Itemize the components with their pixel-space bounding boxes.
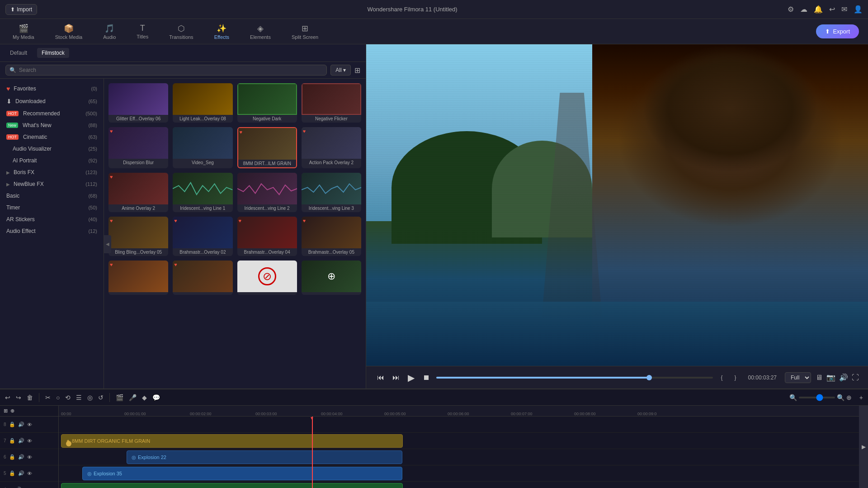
play-button[interactable]: ▶ (406, 370, 416, 385)
nav-my-media[interactable]: 🎬 My Media (9, 22, 38, 42)
notification-icon[interactable]: 🔔 (814, 5, 823, 14)
eye-icon-5[interactable]: 👁 (27, 471, 32, 476)
sidebar-item-ai-portrait[interactable]: AI Portrait (92) (0, 155, 104, 166)
clip-explosion-22[interactable]: ◎ Explosion 22 (127, 450, 402, 464)
volume-icon[interactable]: 🔊 (839, 373, 848, 382)
stabilize-button[interactable]: ◎ (86, 393, 94, 403)
search-input[interactable] (19, 67, 323, 73)
zoom-out-icon[interactable]: 🔍 (789, 394, 797, 401)
effect-brahmastr-overlay-04[interactable]: ♥ + Brahmastr...Overlay 04 (237, 217, 297, 256)
nav-titles[interactable]: T Titles (133, 22, 152, 41)
scene-icon-button[interactable]: 🎬 (114, 393, 125, 403)
effect-brahmastr-overlay-05[interactable]: ♥ + Brahmastr...Overlay 05 (302, 217, 361, 256)
effect-light-leak-overlay-08[interactable]: + Light Leak...Overlay 08 (173, 83, 232, 123)
effect-8mm-dirt-ilm-grain[interactable]: ♥ + 8MM DIRT...ILM GRAIN (237, 127, 297, 168)
quality-select[interactable]: Full 1/2 1/4 (785, 372, 811, 383)
audio-icon-6[interactable]: 🔊 (18, 454, 24, 460)
undo-icon[interactable]: ↩ (829, 5, 835, 14)
sidebar-item-downloaded[interactable]: ⬇ Downloaded (65) (0, 95, 104, 108)
effect-iridescent-line-3[interactable]: Iridescent...ving Line 3 (302, 173, 361, 212)
stop-button[interactable]: ⏹ (421, 372, 432, 384)
tab-filmstock[interactable]: Filmstock (37, 48, 69, 58)
mail-icon[interactable]: ✉ (841, 5, 847, 14)
zoom-slider[interactable] (799, 397, 835, 398)
progress-bar[interactable] (436, 377, 713, 379)
filter-dropdown[interactable]: All ▾ (330, 65, 351, 76)
effect-brahmastr-overlay-02[interactable]: ♥ + Brahmastr...Overlay 02 (173, 217, 232, 256)
cloud-icon[interactable]: ☁ (800, 5, 807, 14)
sidebar-item-recommended[interactable]: HOT Recommended (500) (0, 108, 104, 119)
audio-icon-7[interactable]: 🔊 (18, 438, 24, 444)
fullscreen-icon[interactable]: ⛶ (852, 374, 859, 382)
zoom-in-icon[interactable]: 🔍 (837, 394, 844, 401)
effect-bottom-4[interactable]: ⊕ (302, 261, 361, 295)
rotate-button[interactable]: ↺ (97, 393, 105, 403)
color-button[interactable]: ☰ (75, 393, 83, 403)
audio-icon-5[interactable]: 🔊 (18, 470, 24, 476)
sidebar-collapse-button[interactable]: ◀ (104, 235, 111, 253)
step-back-button[interactable]: ⏭ (391, 372, 401, 384)
clip-8mm-grain[interactable]: ✦ 8MM DIRT ORGANIC FILM GRAIN (61, 434, 403, 448)
effect-negative-flicker[interactable]: + Negative Flicker (302, 83, 361, 123)
playhead[interactable] (312, 417, 313, 488)
crop-button[interactable]: ○ (55, 393, 61, 403)
effect-negative-dark[interactable]: + Negative Dark (237, 83, 297, 123)
snapshot-icon[interactable]: 📷 (826, 373, 835, 382)
sidebar-item-boris-fx[interactable]: ▶ Boris FX (123) (0, 166, 104, 178)
voiceover-button[interactable]: 💬 (151, 393, 161, 403)
speed-button[interactable]: ⟲ (64, 393, 72, 403)
lock-icon-6[interactable]: 🔒 (9, 454, 15, 460)
effect-bottom-3[interactable]: ⊘ (237, 261, 297, 295)
nav-transitions[interactable]: ⬡ Transitions (165, 22, 197, 42)
sidebar-item-audio-effect[interactable]: Audio Effect (12) (0, 225, 104, 237)
effect-iridescent-line-1[interactable]: Iridescent...ving Line 1 (173, 173, 232, 212)
nav-stock-media[interactable]: 📦 Stock Media (52, 22, 86, 42)
effect-bottom-2[interactable]: ♥ (173, 261, 232, 295)
effect-dispersion-blur[interactable]: ♥ + Dispersion Blur (108, 127, 168, 168)
sidebar-item-ar-stickers[interactable]: AR Stickers (40) (0, 213, 104, 225)
effect-anime-overlay-2[interactable]: ♥ + Anime Overlay 2 (108, 173, 168, 212)
lock-icon-7[interactable]: 🔒 (9, 438, 15, 444)
effect-bling-bling-overlay-05[interactable]: ♥ + Bling Bling...Overlay 05 (108, 217, 168, 256)
sidebar-item-whats-new[interactable]: New What's New (88) (0, 119, 104, 131)
keyframe-button[interactable]: ◆ (141, 393, 148, 403)
nav-elements[interactable]: ◈ Elements (246, 22, 274, 42)
sidebar-item-favorites[interactable]: ♥ Favorites (0) (0, 82, 104, 95)
monitor-icon[interactable]: 🖥 (816, 374, 823, 382)
redo-button[interactable]: ↪ (14, 393, 23, 403)
nav-effects[interactable]: ✨ Effects (211, 22, 233, 42)
lock-icon-8[interactable]: 🔒 (9, 422, 15, 427)
undo-button[interactable]: ↩ (4, 393, 12, 403)
account-icon[interactable]: 👤 (854, 5, 863, 14)
export-button[interactable]: ⬆ Export (816, 24, 859, 38)
sidebar-item-cinematic[interactable]: HOT Cinematic (63) (0, 131, 104, 143)
sidebar-item-audio-visualizer[interactable]: Audio Visualizer (25) (0, 143, 104, 155)
grid-view-button[interactable]: ⊞ (354, 66, 360, 75)
effect-action-pack-overlay-2[interactable]: ♥ + Action Pack Overlay 2 (302, 127, 361, 168)
import-button[interactable]: ⬆ Import (5, 4, 37, 15)
delete-button[interactable]: 🗑 (25, 393, 34, 403)
scroll-right-button[interactable]: ▶ (859, 406, 868, 488)
nav-split-screen[interactable]: ⊞ Split Screen (288, 22, 322, 42)
add-track-button[interactable]: + (858, 393, 864, 403)
sidebar-item-basic[interactable]: Basic (68) (0, 190, 104, 202)
eye-icon-7[interactable]: 👁 (27, 438, 32, 444)
lock-icon-5[interactable]: 🔒 (9, 470, 15, 476)
timeline-content[interactable]: 00:00 00:00:01:00 00:00:02:00 00:00:03:0… (59, 406, 868, 488)
go-to-start-button[interactable]: ⏮ (375, 372, 386, 384)
audio-track-button[interactable]: 🎤 (127, 393, 138, 403)
effect-iridescent-line-2[interactable]: Iridescent...ving Line 2 (237, 173, 297, 212)
sidebar-item-newblue-fx[interactable]: ▶ NewBlue FX (112) (0, 178, 104, 190)
tab-default[interactable]: Default (5, 48, 32, 58)
magnet-icon[interactable]: ⊕ (10, 408, 14, 414)
clip-explosion-35-track5[interactable]: ◎ Explosion 35 (82, 467, 402, 480)
effect-glitter-overlay-06[interactable]: + Glitter Eff...Overlay 06 (108, 83, 168, 123)
eye-icon-6[interactable]: 👁 (27, 455, 32, 460)
add-track-icon[interactable]: ⊞ (4, 408, 8, 414)
eye-icon-8[interactable]: 👁 (27, 422, 32, 427)
effect-video-seg[interactable]: + Video_Seg (173, 127, 232, 168)
cut-button[interactable]: ✂ (44, 393, 52, 403)
effect-bottom-1[interactable]: ♥ (108, 261, 168, 295)
audio-icon-8[interactable]: 🔊 (18, 422, 24, 427)
sidebar-item-timer[interactable]: Timer (50) (0, 202, 104, 213)
